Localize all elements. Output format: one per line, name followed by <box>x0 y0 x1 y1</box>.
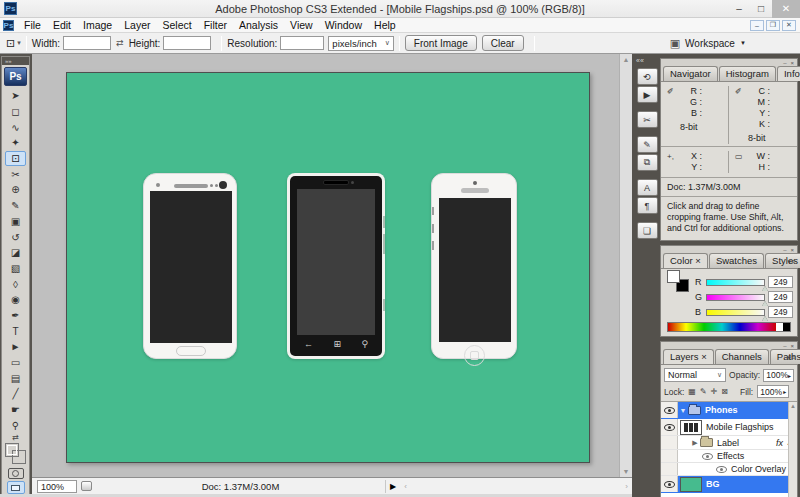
color-spectrum-ramp[interactable] <box>667 322 791 332</box>
layer-row-color-overlay[interactable]: Color Overlay <box>661 463 797 476</box>
layer-list-scrollbar[interactable]: ▲ ▼ <box>788 402 797 497</box>
red-slider[interactable] <box>706 279 765 286</box>
menu-edit[interactable]: Edit <box>47 19 77 31</box>
panel-minimize-icon[interactable]: ‒ <box>783 343 786 349</box>
foreground-color-swatch[interactable] <box>667 270 680 283</box>
healing-brush-tool[interactable]: ⊕ <box>5 182 26 198</box>
quick-mask-button[interactable] <box>8 468 24 479</box>
tab-info[interactable]: Info × <box>777 66 800 81</box>
visibility-toggle[interactable] <box>661 419 678 435</box>
visibility-toggle[interactable] <box>661 463 678 475</box>
scroll-up-icon[interactable]: ▲ <box>623 56 630 63</box>
notes-tool[interactable]: ▤ <box>5 370 26 386</box>
info-bit-depth-left[interactable]: 8-bit <box>680 122 722 132</box>
scroll-up-icon[interactable]: ▲ <box>790 403 796 409</box>
move-tool[interactable]: ➤ <box>5 88 26 104</box>
layer-thumbnail[interactable] <box>680 477 702 492</box>
history-panel-icon[interactable]: ⟲ <box>637 68 658 85</box>
brushes-panel-icon[interactable]: ✎ <box>637 136 658 153</box>
menu-image[interactable]: Image <box>77 19 118 31</box>
swap-colors-icon[interactable]: ⇄ <box>2 433 29 442</box>
layer-thumbnail[interactable] <box>680 420 702 435</box>
dodge-tool[interactable]: ◉ <box>5 292 26 308</box>
layer-style-fx-badge[interactable]: fx <box>776 438 783 448</box>
layer-name[interactable]: Label <box>717 438 739 448</box>
tab-swatches[interactable]: Swatches <box>709 253 764 268</box>
slider-thumb[interactable] <box>762 286 768 291</box>
slider-thumb[interactable] <box>762 301 768 306</box>
eraser-tool[interactable]: ◪ <box>5 245 26 261</box>
zoom-level-input[interactable]: 100% <box>37 480 77 493</box>
menu-file[interactable]: File <box>18 19 47 31</box>
lock-all-icon[interactable]: ⊠ <box>721 387 728 396</box>
green-value[interactable]: 249 <box>768 291 793 303</box>
vertical-scrollbar[interactable]: ▲ ▼ <box>619 54 632 477</box>
layer-row-effects[interactable]: Effects <box>661 450 797 463</box>
blue-slider[interactable] <box>706 309 765 316</box>
menu-view[interactable]: View <box>284 19 319 31</box>
tool-presets-panel-icon[interactable]: ✂ <box>637 111 658 128</box>
panel-minimize-icon[interactable]: ‒ <box>783 247 786 253</box>
swap-dimensions-icon[interactable]: ⇄ <box>116 38 124 48</box>
info-bit-depth-right[interactable]: 8-bit <box>748 133 791 143</box>
shape-tool[interactable]: ▭ <box>5 355 26 371</box>
clone-stamp-tool[interactable]: ▣ <box>5 214 26 230</box>
panel-menu-icon[interactable]: ▾≡ <box>787 354 795 362</box>
layer-name[interactable]: BG <box>706 479 720 489</box>
clear-button[interactable]: Clear <box>482 35 524 51</box>
lasso-tool[interactable]: ∿ <box>5 119 26 135</box>
opacity-input[interactable]: 100% ▸ <box>763 369 794 382</box>
layer-row-label[interactable]: ▶ Label fx ▲ <box>661 436 797 450</box>
brush-tool[interactable]: ✎ <box>5 198 26 214</box>
horizontal-scrollbar[interactable]: ‹ › <box>400 480 632 493</box>
lock-position-icon[interactable]: ✛ <box>711 387 718 396</box>
layer-comps-panel-icon[interactable]: ❏ <box>637 222 658 239</box>
expand-triangle-icon[interactable]: ▶ <box>690 439 700 447</box>
menu-analysis[interactable]: Analysis <box>233 19 284 31</box>
eye-icon[interactable] <box>702 453 713 460</box>
expand-triangle-icon[interactable]: ▼ <box>678 407 688 414</box>
slice-tool[interactable]: ✂ <box>5 166 26 182</box>
doc-minimize-button[interactable]: – <box>750 20 764 31</box>
gradient-tool[interactable]: ▧ <box>5 261 26 277</box>
marquee-tool[interactable]: ◻ <box>5 104 26 120</box>
panel-menu-icon[interactable]: ▾≡ <box>787 258 795 266</box>
scroll-left-icon[interactable]: ‹ <box>404 482 407 491</box>
visibility-toggle[interactable] <box>661 450 678 462</box>
document[interactable]: ← ⊞ ⚲ <box>66 72 590 463</box>
effect-name[interactable]: Color Overlay <box>731 464 786 474</box>
eyedropper-tool[interactable]: ╱ <box>5 386 26 402</box>
blend-mode-select[interactable]: Normal ∨ <box>664 368 726 382</box>
panel-close-icon[interactable]: × <box>790 60 794 66</box>
lock-transparency-icon[interactable]: ▦ <box>688 387 696 396</box>
scroll-right-icon[interactable]: › <box>625 482 628 491</box>
menu-window[interactable]: Window <box>319 19 368 31</box>
pen-tool[interactable]: ✒ <box>5 308 26 324</box>
clone-source-panel-icon[interactable]: ⧉ <box>637 154 658 171</box>
tab-layers[interactable]: Layers × <box>663 349 714 364</box>
tool-preset-picker[interactable]: ⊡ ▾ <box>6 37 21 50</box>
menu-filter[interactable]: Filter <box>198 19 233 31</box>
screen-mode-button[interactable] <box>7 481 25 494</box>
workspace-control[interactable]: ▣ Workspace ▼ <box>670 37 746 50</box>
panel-close-icon[interactable]: × <box>790 343 794 349</box>
menu-help[interactable]: Help <box>368 19 402 31</box>
layer-name[interactable]: Phones <box>705 405 738 415</box>
green-slider[interactable] <box>706 294 765 301</box>
tab-histogram[interactable]: Histogram <box>719 66 776 81</box>
menu-layer[interactable]: Layer <box>118 19 156 31</box>
width-input[interactable] <box>63 36 111 50</box>
quick-selection-tool[interactable]: ✦ <box>5 135 26 151</box>
hand-tool[interactable]: ☛ <box>5 402 26 418</box>
tab-color[interactable]: Color × <box>663 253 708 268</box>
panel-close-icon[interactable]: × <box>790 247 794 253</box>
status-flyout-icon[interactable]: ▶ <box>390 482 396 491</box>
actions-panel-icon[interactable]: ▶ <box>637 86 658 103</box>
fill-input[interactable]: 100% ▸ <box>757 385 789 398</box>
slider-thumb[interactable] <box>762 316 768 321</box>
red-value[interactable]: 249 <box>768 276 793 288</box>
zoom-tool[interactable]: ⚲ <box>5 417 26 433</box>
layer-row-mobile-flagships[interactable]: Mobile Flagships <box>661 419 797 436</box>
path-selection-tool[interactable]: ► <box>5 339 26 355</box>
effects-label[interactable]: Effects <box>717 451 744 461</box>
